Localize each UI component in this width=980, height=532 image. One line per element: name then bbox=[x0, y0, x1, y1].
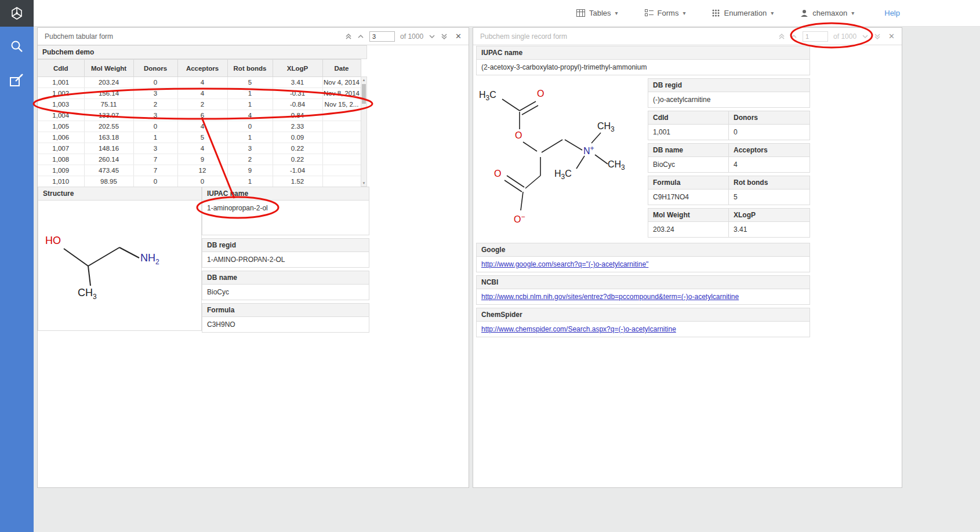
field-label-cdid: CdId bbox=[648, 111, 729, 125]
table-row[interactable]: 1,008260.147920.22 bbox=[38, 154, 361, 165]
field-label-ncbi: NCBI bbox=[476, 275, 810, 289]
field-label-rotbonds: Rot bonds bbox=[729, 176, 810, 190]
ncbi-search-link[interactable]: http://www.ncbi.nlm.nih.gov/sites/entrez… bbox=[481, 293, 739, 301]
record-number-input[interactable] bbox=[369, 31, 395, 42]
record-count-label: of 1000 bbox=[400, 32, 423, 41]
field-label-iupac: IUPAC name bbox=[476, 46, 810, 60]
external-links: Google http://www.google.com/search?q="(… bbox=[476, 243, 810, 337]
record-pager: of 1000 ✕ bbox=[778, 31, 895, 42]
field-value-dbregid[interactable]: 1-AMINO-PROPAN-2-OL bbox=[202, 252, 369, 268]
menu-tables[interactable]: Tables ▾ bbox=[576, 9, 618, 17]
close-icon[interactable]: ✕ bbox=[888, 32, 895, 41]
field-label-iupac: IUPAC name bbox=[202, 187, 369, 201]
chemspider-search-link[interactable]: http://www.chemspider.com/Search.aspx?q=… bbox=[481, 325, 676, 333]
draw-structure-icon[interactable] bbox=[0, 66, 34, 94]
tables-icon bbox=[576, 9, 585, 17]
record-fields: DB regid (-)o-acetylcarnitine CdId Donor… bbox=[648, 78, 810, 241]
field-value-formula[interactable]: C3H9NO bbox=[202, 317, 369, 333]
first-record-button[interactable] bbox=[345, 33, 352, 40]
field-label-google: Google bbox=[476, 243, 810, 257]
field-value-dbname[interactable]: BioCyc bbox=[202, 285, 369, 300]
atom-nh2: NH2 bbox=[140, 252, 159, 266]
sketch-icon bbox=[9, 72, 24, 88]
forms-icon bbox=[645, 9, 654, 17]
single-record-form-header: Pubchem single record form of 1000 ✕ bbox=[473, 28, 902, 45]
atom-o-carboxyl: O bbox=[494, 169, 501, 179]
chemspider-link-row: http://www.chemspider.com/Search.aspx?q=… bbox=[476, 322, 810, 337]
field-value-cdid[interactable]: 1,001 bbox=[648, 125, 729, 140]
last-record-button[interactable] bbox=[441, 33, 448, 40]
field-value-molweight[interactable]: 203.24 bbox=[648, 222, 729, 238]
chemaxon-logo[interactable] bbox=[0, 0, 34, 27]
field-pair: Formula Rot bonds C9H17NO4 5 bbox=[648, 176, 810, 205]
field-value-dbregid[interactable]: (-)o-acetylcarnitine bbox=[648, 92, 810, 108]
sidebar bbox=[0, 0, 34, 532]
molecule-bonds bbox=[43, 232, 176, 311]
table-row[interactable]: 1,005202.550402.33 bbox=[38, 121, 361, 132]
column-header[interactable]: XLogP bbox=[273, 60, 322, 77]
close-icon[interactable]: ✕ bbox=[455, 32, 462, 41]
scroll-down-icon[interactable]: ▼ bbox=[362, 180, 366, 186]
column-header[interactable]: CdId bbox=[38, 60, 84, 77]
table-row[interactable]: 1,007148.163430.22 bbox=[38, 143, 361, 154]
next-record-button[interactable] bbox=[862, 34, 869, 39]
column-header[interactable]: Date bbox=[322, 60, 361, 77]
table-row[interactable]: 1,001203.240453.41Nov 4, 2014 bbox=[38, 77, 361, 88]
next-record-button[interactable] bbox=[429, 34, 435, 39]
table-row[interactable]: 1,006163.181510.09 bbox=[38, 132, 361, 143]
menu-user[interactable]: chemaxon ▾ bbox=[800, 9, 854, 17]
field-value-dbname[interactable]: BioCyc bbox=[648, 157, 729, 173]
record-number-input[interactable] bbox=[803, 31, 828, 42]
column-header[interactable]: Rot bonds bbox=[227, 60, 273, 77]
search-icon[interactable] bbox=[0, 32, 34, 60]
scroll-up-icon[interactable]: ▲ bbox=[362, 77, 366, 83]
column-header[interactable]: Donors bbox=[133, 60, 177, 77]
menu-user-label: chemaxon bbox=[812, 9, 847, 17]
google-search-link[interactable]: http://www.google.com/search?q="(-)o-ace… bbox=[481, 260, 648, 268]
structure-column: Structure HO NH2 CH3 bbox=[38, 187, 202, 336]
table-row[interactable]: 1,004133.073640.84 bbox=[38, 110, 361, 121]
menu-forms[interactable]: Forms ▾ bbox=[645, 9, 686, 17]
tabular-form-header: Pubchem tabular form of 1000 ✕ bbox=[38, 28, 469, 45]
enumeration-icon bbox=[712, 9, 720, 17]
record-pager: of 1000 ✕ bbox=[345, 31, 462, 42]
group-header: Pubchem demo bbox=[38, 45, 367, 59]
fields-column: IUPAC name 1-aminopropan-2-ol DB regid 1… bbox=[202, 187, 369, 336]
field-value-xlogp[interactable]: 3.41 bbox=[729, 222, 810, 238]
scrollbar-thumb[interactable] bbox=[362, 84, 366, 104]
previous-record-button[interactable] bbox=[357, 34, 364, 39]
ncbi-link-row: http://www.ncbi.nlm.nih.gov/sites/entrez… bbox=[476, 289, 810, 305]
previous-record-button[interactable] bbox=[790, 34, 797, 39]
structure-viewer[interactable]: HO NH2 CH3 bbox=[38, 201, 202, 331]
field-value-acceptors[interactable]: 4 bbox=[729, 157, 810, 173]
field-label-molweight: Mol Weight bbox=[648, 208, 729, 222]
table-row[interactable]: 1,002156.14341-0.31Nov 8, 2014 bbox=[38, 88, 361, 99]
structure-viewer[interactable]: H3C O O N+ CH3 CH3 H3C O O− bbox=[476, 78, 648, 235]
help-link[interactable]: Help bbox=[884, 9, 900, 17]
column-header[interactable]: Mol Weight bbox=[84, 60, 133, 77]
last-record-button[interactable] bbox=[874, 33, 881, 40]
atom-o-minus: O− bbox=[514, 213, 525, 225]
field-value-donors[interactable]: 0 bbox=[729, 125, 810, 140]
atom-ch3: CH3 bbox=[597, 121, 615, 133]
chevron-down-icon: ▾ bbox=[851, 10, 854, 16]
field-pair: Mol Weight XLogP 203.24 3.41 bbox=[648, 208, 810, 238]
table-row[interactable]: 1,01098.950011.52 bbox=[38, 176, 361, 187]
field-label-chemspider: ChemSpider bbox=[476, 308, 810, 322]
single-record-form-panel: Pubchem single record form of 1000 ✕ IUP… bbox=[473, 27, 902, 488]
field-label-formula: Formula bbox=[202, 303, 369, 317]
column-header[interactable]: Acceptors bbox=[177, 60, 227, 77]
first-record-button[interactable] bbox=[778, 33, 785, 40]
table-row-selected[interactable]: 1,00375.11221-0.84Nov 15, 2... bbox=[38, 99, 361, 110]
field-value-iupac[interactable]: 1-aminopropan-2-ol bbox=[202, 201, 369, 235]
field-pair: CdId Donors 1,001 0 bbox=[648, 111, 810, 140]
field-value-iupac[interactable]: (2-acetoxy-3-carboxylato-propyl)-trimeth… bbox=[476, 60, 810, 75]
menu-enumeration[interactable]: Enumeration ▾ bbox=[712, 9, 774, 17]
panel-title: Pubchem tabular form bbox=[45, 32, 113, 41]
table-row[interactable]: 1,009473.457129-1.04 bbox=[38, 165, 361, 176]
chevron-down-icon: ▾ bbox=[615, 10, 618, 16]
table-scrollbar[interactable]: ▲ ▼ bbox=[361, 76, 367, 187]
field-value-rotbonds[interactable]: 5 bbox=[729, 190, 810, 205]
field-value-formula[interactable]: C9H17NO4 bbox=[648, 190, 729, 205]
atom-ch3: CH3 bbox=[78, 287, 97, 301]
